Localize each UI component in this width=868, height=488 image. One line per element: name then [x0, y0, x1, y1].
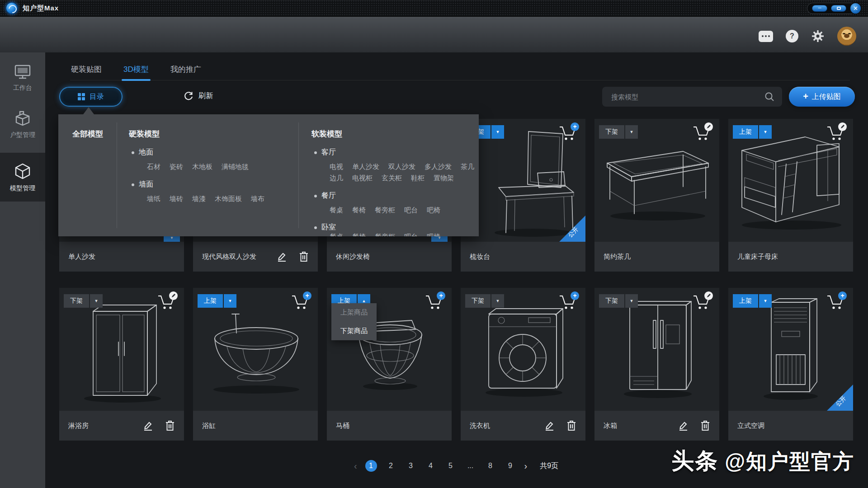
- catalog-item[interactable]: 墙布: [251, 195, 264, 203]
- page-button-1[interactable]: 1: [365, 460, 377, 472]
- model-thumbnail[interactable]: 上架▲ 上架商品 下架商品 +: [327, 288, 452, 411]
- shelf-status-button[interactable]: 下架: [599, 294, 624, 308]
- model-thumbnail[interactable]: 下架▼: [594, 119, 719, 242]
- page-button-4[interactable]: 4: [425, 460, 437, 472]
- next-page-button[interactable]: ›: [524, 461, 528, 471]
- catalog-item[interactable]: 餐桌: [330, 206, 343, 215]
- catalog-item[interactable]: 置物架: [434, 174, 454, 183]
- catalog-item[interactable]: 吧台: [404, 206, 418, 215]
- menu-item-take-off-shelf[interactable]: 下架商品: [331, 322, 377, 340]
- delete-icon[interactable]: [299, 251, 309, 262]
- shelf-status-button[interactable]: 上架: [733, 294, 758, 308]
- shelf-status-button[interactable]: 上架: [198, 294, 223, 308]
- catalog-item[interactable]: 餐椅: [352, 233, 366, 236]
- catalog-section-dining[interactable]: 餐厅: [314, 191, 336, 201]
- catalog-item[interactable]: 电视: [330, 163, 343, 171]
- help-icon[interactable]: ?: [786, 30, 798, 42]
- catalog-item[interactable]: 边几: [330, 174, 343, 183]
- shelf-status-button[interactable]: 下架: [599, 125, 624, 139]
- catalog-item[interactable]: 吧台: [404, 233, 418, 236]
- catalog-section-floor[interactable]: 地面: [132, 148, 153, 157]
- upload-texture-button[interactable]: + 上传贴图: [789, 87, 855, 107]
- edit-icon[interactable]: [276, 251, 287, 262]
- shelf-status-button[interactable]: 上架: [733, 125, 758, 139]
- shelf-status-button[interactable]: 下架: [64, 294, 89, 308]
- maximize-button[interactable]: [831, 5, 846, 12]
- shelf-dropdown-arrow[interactable]: ▼: [90, 294, 103, 308]
- close-button[interactable]: ✕: [849, 2, 862, 14]
- add-to-cart-button[interactable]: +: [826, 293, 846, 311]
- catalog-item[interactable]: 电视柜: [352, 174, 373, 183]
- page-button-3[interactable]: 3: [405, 460, 417, 472]
- catalog-item[interactable]: 墙漆: [192, 195, 206, 203]
- shelf-dropdown-arrow[interactable]: ▼: [759, 125, 772, 139]
- catalog-section-wall[interactable]: 墙面: [132, 180, 153, 189]
- catalog-item[interactable]: 餐旁柜: [375, 206, 395, 215]
- catalog-item[interactable]: 茶几: [461, 163, 474, 171]
- add-to-cart-button[interactable]: [692, 124, 712, 142]
- catalog-item[interactable]: 鞋柜: [411, 174, 425, 183]
- add-to-cart-button[interactable]: +: [558, 124, 578, 142]
- model-thumbnail[interactable]: 上架▼ + 公开: [728, 288, 853, 411]
- page-button-8[interactable]: 8: [485, 460, 496, 472]
- edit-icon[interactable]: [544, 420, 555, 431]
- catalog-item[interactable]: 餐旁柜: [375, 233, 395, 236]
- shelf-status-button-peek[interactable]: ▼: [164, 236, 180, 242]
- delete-icon[interactable]: [566, 420, 576, 431]
- model-thumbnail[interactable]: 下架▼: [594, 288, 719, 411]
- model-thumbnail[interactable]: 上架▼ + 公开: [461, 119, 585, 242]
- add-to-cart-button[interactable]: [692, 293, 712, 311]
- catalog-item[interactable]: 木饰面板: [215, 195, 242, 203]
- catalog-item[interactable]: 瓷砖: [170, 163, 183, 171]
- catalog-item[interactable]: 双人沙发: [388, 163, 415, 171]
- catalog-item[interactable]: 多人沙发: [425, 163, 452, 171]
- tab-my-promotion[interactable]: 我的推广: [170, 61, 202, 80]
- catalog-item[interactable]: 餐桌: [330, 233, 343, 236]
- prev-page-button[interactable]: ‹: [354, 461, 357, 471]
- add-to-cart-button[interactable]: [157, 293, 177, 311]
- shelf-status-button[interactable]: 下架: [465, 294, 491, 308]
- delete-icon[interactable]: [700, 420, 710, 431]
- add-to-cart-button[interactable]: +: [425, 293, 444, 311]
- catalog-item[interactable]: 满铺地毯: [222, 163, 249, 171]
- settings-gear-icon[interactable]: [811, 29, 825, 43]
- search-input[interactable]: [602, 93, 764, 101]
- catalog-item[interactable]: 石材: [147, 163, 160, 171]
- catalog-item[interactable]: 餐椅: [352, 206, 366, 215]
- catalog-section-living[interactable]: 客厅: [314, 148, 336, 157]
- catalog-item[interactable]: 吧椅: [427, 206, 440, 215]
- tab-hard-textures[interactable]: 硬装贴图: [70, 61, 103, 80]
- shelf-dropdown-arrow[interactable]: ▼: [625, 294, 638, 308]
- catalog-item[interactable]: 单人沙发: [352, 163, 379, 171]
- sidebar-item-floorplan-management[interactable]: 户型管理: [0, 102, 45, 145]
- page-button-9[interactable]: 9: [505, 460, 516, 472]
- messages-icon[interactable]: [759, 31, 773, 42]
- catalog-all-models[interactable]: 全部模型: [72, 129, 103, 139]
- search-icon[interactable]: [764, 91, 775, 102]
- add-to-cart-button[interactable]: +: [558, 293, 578, 311]
- catalog-section-bedroom[interactable]: 卧室: [314, 223, 336, 232]
- model-thumbnail[interactable]: 下架▼: [59, 288, 184, 411]
- minimize-button[interactable]: ─: [812, 5, 827, 12]
- catalog-button[interactable]: 目录: [59, 87, 123, 107]
- page-button-5[interactable]: 5: [445, 460, 457, 472]
- model-thumbnail[interactable]: 上架▼: [728, 119, 853, 242]
- refresh-button[interactable]: 刷新: [183, 90, 213, 101]
- edit-icon[interactable]: [678, 420, 689, 431]
- sidebar-item-model-management[interactable]: 模型管理: [0, 153, 45, 202]
- shelf-status-button-peek[interactable]: ▼: [431, 236, 448, 242]
- edit-icon[interactable]: [142, 420, 153, 431]
- user-avatar[interactable]: [837, 27, 856, 46]
- catalog-item[interactable]: 吧椅: [427, 233, 440, 236]
- shelf-dropdown-arrow[interactable]: ▼: [491, 125, 504, 139]
- model-thumbnail[interactable]: 上架▼ +: [193, 288, 318, 411]
- model-thumbnail[interactable]: 下架▼ +: [461, 288, 585, 411]
- tab-3d-models[interactable]: 3D模型: [123, 61, 150, 80]
- shelf-dropdown-arrow[interactable]: ▼: [491, 294, 504, 308]
- shelf-dropdown-arrow[interactable]: ▼: [224, 294, 236, 308]
- page-button-2[interactable]: 2: [385, 460, 397, 472]
- shelf-dropdown-arrow[interactable]: ▼: [625, 125, 638, 139]
- add-to-cart-button[interactable]: +: [291, 293, 311, 311]
- delete-icon[interactable]: [165, 420, 175, 431]
- shelf-dropdown-arrow[interactable]: ▼: [759, 294, 772, 308]
